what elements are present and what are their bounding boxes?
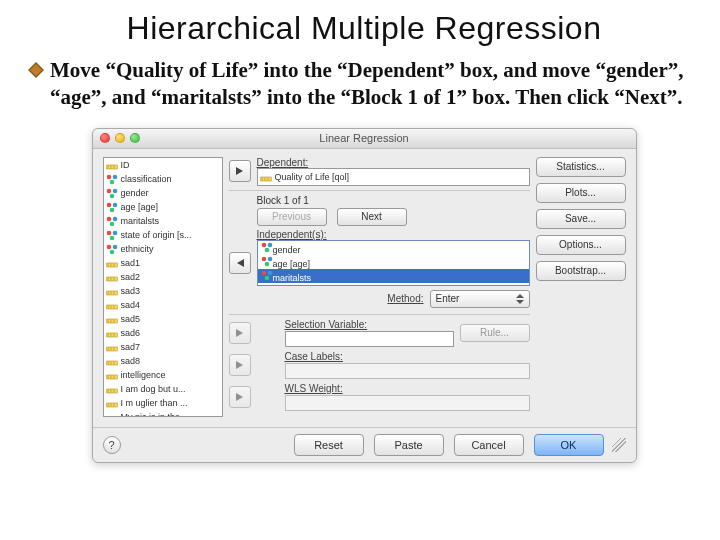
variable-item[interactable]: maritalsts	[104, 214, 222, 228]
scale-icon	[106, 285, 118, 297]
method-value: Enter	[436, 293, 460, 304]
dependent-field[interactable]: Quality of Life [qol]	[257, 168, 530, 186]
scale-icon	[106, 411, 118, 417]
method-select[interactable]: Enter	[430, 290, 530, 308]
rule-button: Rule...	[460, 324, 530, 342]
variable-label: I am dog but u...	[121, 384, 186, 394]
variable-label: sad2	[121, 272, 141, 282]
variable-label: My pic is in the...	[121, 412, 188, 417]
plots-button[interactable]: Plots...	[536, 183, 626, 203]
variable-item[interactable]: I am dog but u...	[104, 382, 222, 396]
case-labels-field[interactable]	[285, 363, 530, 379]
selection-variable-field[interactable]	[285, 331, 454, 347]
independent-item[interactable]: age [age]	[258, 255, 529, 269]
slide-body-text: Move “Quality of Life” into the “Depende…	[50, 57, 700, 112]
dialog-titlebar[interactable]: Linear Regression	[93, 129, 636, 149]
move-to-selection-button	[229, 322, 251, 344]
independents-list[interactable]: genderage [age]maritalsts	[257, 240, 530, 286]
variable-label: maritalsts	[121, 216, 160, 226]
statistics-button[interactable]: Statistics...	[536, 157, 626, 177]
scale-icon	[106, 355, 118, 367]
variable-item[interactable]: intelligence	[104, 368, 222, 382]
scale-icon	[106, 397, 118, 409]
nominal-icon	[261, 241, 273, 253]
variable-label: state of origin [s...	[121, 230, 192, 240]
move-to-independents-button[interactable]	[229, 252, 251, 274]
bootstrap-button[interactable]: Bootstrap...	[536, 261, 626, 281]
variable-item[interactable]: My pic is in the...	[104, 410, 222, 417]
variable-label: age [age]	[121, 202, 159, 212]
variable-label: gender	[121, 188, 149, 198]
save-button[interactable]: Save...	[536, 209, 626, 229]
move-to-dependent-button[interactable]	[229, 160, 251, 182]
paste-button[interactable]: Paste	[374, 434, 444, 456]
diamond-bullet-icon	[28, 62, 44, 78]
nominal-icon	[106, 201, 118, 213]
ok-button[interactable]: OK	[534, 434, 604, 456]
source-variable-list[interactable]: IDclassificationgenderage [age]maritalst…	[103, 157, 223, 417]
variable-item[interactable]: sad4	[104, 298, 222, 312]
variable-item[interactable]: sad2	[104, 270, 222, 284]
slide-title: Hierarchical Multiple Regression	[28, 10, 700, 47]
scale-icon	[106, 327, 118, 339]
variable-item[interactable]: state of origin [s...	[104, 228, 222, 242]
scale-icon	[106, 341, 118, 353]
variable-item[interactable]: sad5	[104, 312, 222, 326]
wls-weight-label: WLS Weight:	[285, 383, 530, 394]
variable-label: sad5	[121, 314, 141, 324]
variable-label: sad7	[121, 342, 141, 352]
variable-item[interactable]: I m uglier than ...	[104, 396, 222, 410]
help-button[interactable]: ?	[103, 436, 121, 454]
variable-item[interactable]: sad6	[104, 326, 222, 340]
variable-item[interactable]: sad7	[104, 340, 222, 354]
nominal-icon	[261, 269, 273, 281]
next-button[interactable]: Next	[337, 208, 407, 226]
dialog-title: Linear Regression	[93, 132, 636, 144]
nominal-icon	[106, 215, 118, 227]
dependent-label: Dependent:	[257, 157, 530, 168]
move-to-wls-button	[229, 386, 251, 408]
variable-label: sad8	[121, 356, 141, 366]
cancel-button[interactable]: Cancel	[454, 434, 524, 456]
independent-item[interactable]: maritalsts	[258, 269, 529, 283]
options-button[interactable]: Options...	[536, 235, 626, 255]
independent-item[interactable]: gender	[258, 241, 529, 255]
scale-icon	[106, 257, 118, 269]
variable-label: I m uglier than ...	[121, 398, 188, 408]
independent-label: age [age]	[273, 259, 311, 269]
resize-handle-icon[interactable]	[612, 438, 626, 452]
case-labels-label: Case Labels:	[285, 351, 530, 362]
reset-button[interactable]: Reset	[294, 434, 364, 456]
variable-label: ethnicity	[121, 244, 154, 254]
linear-regression-dialog: Linear Regression IDclassificationgender…	[92, 128, 637, 463]
variable-item[interactable]: ID	[104, 158, 222, 172]
variable-label: ID	[121, 160, 130, 170]
variable-item[interactable]: gender	[104, 186, 222, 200]
variable-item[interactable]: sad8	[104, 354, 222, 368]
variable-label: sad3	[121, 286, 141, 296]
nominal-icon	[106, 187, 118, 199]
variable-item[interactable]: age [age]	[104, 200, 222, 214]
nominal-icon	[106, 243, 118, 255]
scale-icon	[106, 383, 118, 395]
scale-icon	[260, 171, 272, 183]
wls-weight-field[interactable]	[285, 395, 530, 411]
variable-label: classification	[121, 174, 172, 184]
block-label: Block 1 of 1	[257, 195, 309, 206]
nominal-icon	[261, 255, 273, 267]
variable-label: sad4	[121, 300, 141, 310]
move-to-case-labels-button	[229, 354, 251, 376]
previous-button: Previous	[257, 208, 327, 226]
variable-label: sad1	[121, 258, 141, 268]
selection-variable-label: Selection Variable:	[285, 319, 454, 330]
variable-item[interactable]: ethnicity	[104, 242, 222, 256]
variable-item[interactable]: classification	[104, 172, 222, 186]
variable-item[interactable]: sad1	[104, 256, 222, 270]
chevron-updown-icon	[516, 294, 524, 304]
nominal-icon	[106, 229, 118, 241]
variable-item[interactable]: sad3	[104, 284, 222, 298]
dependent-value: Quality of Life [qol]	[275, 172, 350, 182]
scale-icon	[106, 299, 118, 311]
independent-label: gender	[273, 245, 301, 255]
scale-icon	[106, 271, 118, 283]
